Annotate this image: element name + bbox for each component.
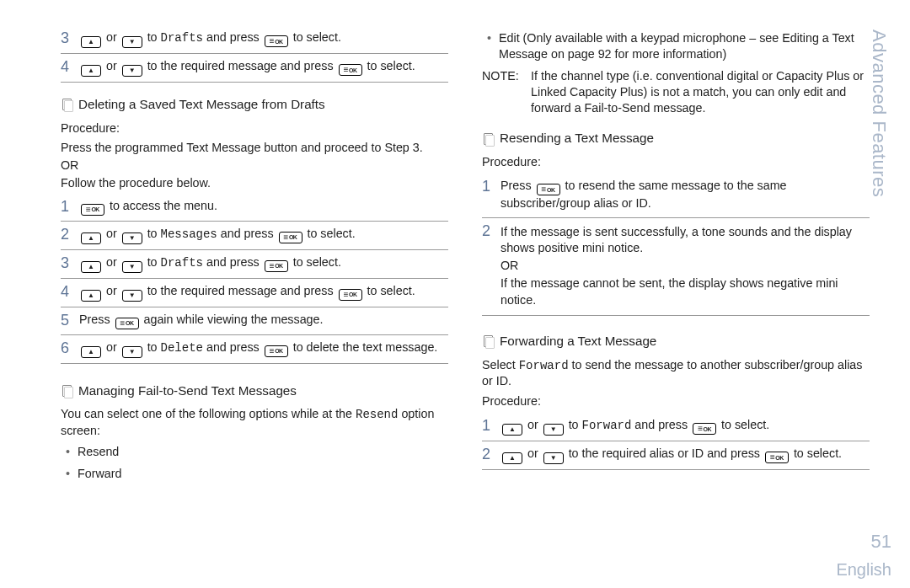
procedure-label: Procedure: (61, 120, 448, 136)
menu-forward: Forward (582, 419, 632, 432)
step-body: or to the required message and press to … (79, 283, 448, 302)
step-body: or to Drafts and press to select. (79, 29, 448, 48)
heading-resending: Resending a Text Message (482, 130, 870, 147)
heading-text: Deleting a Saved Text Message from Draft… (78, 96, 325, 114)
ok-icon (765, 452, 789, 463)
doc-icon (62, 385, 72, 397)
list-item: •Resend (66, 444, 448, 460)
step-f2: 2 or to the required alias or ID and pre… (482, 441, 870, 470)
menu-messages: Messages (161, 227, 217, 241)
step-number: 3 (61, 29, 79, 47)
step-3a: 3 or to Drafts and press to select. (61, 25, 448, 54)
up-icon (502, 452, 522, 464)
menu-drafts: Drafts (161, 256, 203, 270)
heading-text: Resending a Text Message (500, 130, 654, 147)
step-r2: 2 If the message is sent successfully, a… (482, 218, 870, 316)
language-label: English (836, 560, 891, 580)
down-icon (122, 233, 142, 244)
step-body: or to the required alias or ID and press… (500, 446, 870, 464)
up-icon (81, 233, 101, 244)
heading-text: Forwarding a Text Message (500, 333, 656, 350)
options-list: •Resend •Forward (66, 444, 448, 482)
resend-option: Resend (356, 408, 398, 421)
page: Advanced Features 51 English 3 or to Dra… (0, 0, 910, 588)
down-icon (543, 452, 564, 464)
step-body: or to Drafts and press to select. (79, 254, 448, 273)
note-text: If the channel type (i.e. conventional d… (531, 68, 870, 117)
down-icon (122, 36, 142, 48)
ok-icon (115, 318, 139, 329)
intro-text: Follow the procedure below. (61, 175, 448, 191)
section-tab: Advanced Features (868, 29, 890, 197)
ok-icon (537, 184, 560, 195)
forward-intro: Select Forward to send the message to an… (482, 357, 870, 390)
down-icon (543, 424, 564, 436)
up-icon (81, 36, 101, 48)
step-number: 5 (61, 312, 79, 329)
down-icon (122, 346, 142, 358)
step-f1: 1 or to Forward and press to select. (482, 413, 870, 441)
step-body: Press again while viewing the message. (79, 312, 448, 329)
step-number: 4 (61, 58, 79, 76)
ok-icon (265, 260, 288, 272)
intro-text: Press the programmed Text Message button… (61, 140, 448, 156)
or-text: OR (61, 158, 448, 174)
step-number: 1 (61, 198, 79, 216)
ok-icon (279, 232, 302, 243)
page-number: 51 (871, 531, 891, 553)
step-body: or to the required message and press to … (79, 58, 448, 77)
step-2: 2 or to Messages and press to select. (61, 222, 448, 250)
note: NOTE: If the channel type (i.e. conventi… (482, 68, 870, 117)
right-column: •Edit (Only available with a keypad micr… (482, 25, 870, 487)
step-body: to access the menu. (79, 198, 448, 216)
step-4a: 4 or to the required message and press t… (61, 54, 448, 83)
options-list-cont: •Edit (Only available with a keypad micr… (487, 30, 870, 63)
step-number: 4 (61, 283, 79, 301)
step-number: 1 (482, 178, 500, 195)
ok-icon (81, 204, 104, 216)
bullet-icon: • (66, 466, 78, 482)
step-body: Press to resend the same message to the … (500, 178, 870, 211)
ok-icon (693, 423, 716, 435)
heading-text: Managing Fail-to-Send Text Messages (78, 382, 297, 400)
content-columns: 3 or to Drafts and press to select. 4 or… (61, 25, 870, 487)
heading-forwarding: Forwarding a Text Message (482, 333, 870, 350)
note-label: NOTE: (482, 68, 531, 117)
fail-intro: You can select one of the following opti… (61, 406, 448, 439)
list-item: •Edit (Only available with a keypad micr… (487, 30, 870, 63)
left-column: 3 or to Drafts and press to select. 4 or… (61, 25, 448, 487)
step-body: or to Messages and press to select. (79, 226, 448, 244)
heading-fail-to-send: Managing Fail-to-Send Text Messages (61, 382, 448, 400)
doc-icon (484, 335, 493, 347)
up-icon (81, 261, 101, 273)
step-number: 3 (61, 254, 79, 272)
down-icon (122, 290, 142, 302)
bullet-icon: • (66, 444, 78, 460)
ok-icon (265, 345, 288, 357)
up-icon (81, 290, 101, 302)
up-icon (81, 65, 101, 77)
doc-icon (484, 133, 493, 145)
menu-drafts: Drafts (161, 31, 203, 45)
step-body: or to Forward and press to select. (500, 417, 870, 436)
procedure-label: Procedure: (482, 154, 870, 170)
step-body: or to Delete and press to delete the tex… (79, 339, 448, 358)
menu-delete: Delete (161, 341, 203, 355)
up-icon (502, 424, 522, 436)
heading-delete-draft: Deleting a Saved Text Message from Draft… (61, 96, 448, 114)
step-number: 6 (61, 339, 79, 357)
step-6: 6 or to Delete and press to delete the t… (61, 335, 448, 364)
step-5: 5 Press again while viewing the message. (61, 307, 448, 335)
up-icon (81, 346, 101, 358)
down-icon (122, 261, 142, 273)
forward-option: Forward (519, 359, 569, 372)
step-1: 1 to access the menu. (61, 194, 448, 222)
step-number: 1 (482, 417, 500, 435)
procedure-label: Procedure: (482, 393, 870, 409)
step-3: 3 or to Drafts and press to select. (61, 250, 448, 279)
step-number: 2 (61, 226, 79, 243)
ok-icon (265, 35, 288, 47)
step-body: If the message is sent successfully, a t… (500, 222, 870, 310)
down-icon (122, 65, 142, 77)
doc-icon (62, 99, 72, 110)
